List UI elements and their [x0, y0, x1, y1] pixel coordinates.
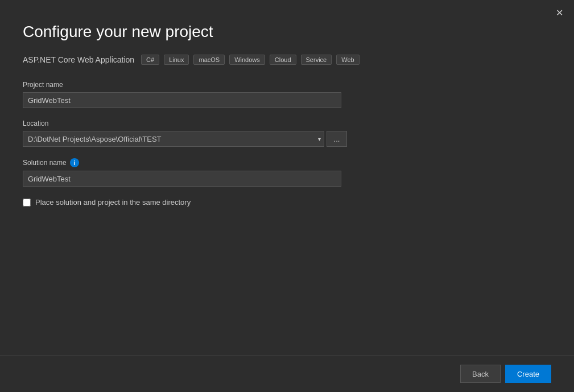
- solution-name-label: Solution name i: [23, 158, 551, 167]
- tag-macos: macOS: [193, 55, 225, 65]
- project-type-name: ASP.NET Core Web Application: [23, 55, 134, 64]
- solution-name-input[interactable]: [23, 171, 341, 187]
- tag-cloud: Cloud: [270, 55, 296, 65]
- tag-service: Service: [301, 55, 332, 65]
- back-button[interactable]: Back: [460, 365, 501, 383]
- configure-project-dialog: ✕ Configure your new project ASP.NET Cor…: [0, 0, 574, 392]
- same-directory-checkbox[interactable]: [23, 199, 31, 207]
- dialog-content: Configure your new project ASP.NET Core …: [0, 0, 574, 355]
- same-directory-row: Place solution and project in the same d…: [23, 198, 551, 207]
- dialog-footer: Back Create: [0, 355, 574, 392]
- project-name-group: Project name: [23, 81, 551, 108]
- tag-linux: Linux: [164, 55, 189, 65]
- page-title: Configure your new project: [23, 23, 551, 41]
- same-directory-label[interactable]: Place solution and project in the same d…: [35, 198, 191, 207]
- location-select-wrapper: D:\DotNet Projects\Aspose\Official\TEST: [23, 131, 324, 147]
- create-button[interactable]: Create: [505, 365, 551, 383]
- location-select[interactable]: D:\DotNet Projects\Aspose\Official\TEST: [23, 131, 324, 147]
- solution-name-group: Solution name i: [23, 158, 551, 187]
- location-group: Location D:\DotNet Projects\Aspose\Offic…: [23, 119, 551, 147]
- project-name-label: Project name: [23, 81, 551, 89]
- project-type-row: ASP.NET Core Web Application C# Linux ma…: [23, 55, 551, 65]
- browse-button[interactable]: ...: [327, 131, 347, 147]
- location-row: D:\DotNet Projects\Aspose\Official\TEST …: [23, 131, 551, 147]
- tag-windows: Windows: [229, 55, 265, 65]
- location-label: Location: [23, 119, 551, 127]
- tag-web: Web: [336, 55, 359, 65]
- info-icon[interactable]: i: [70, 158, 79, 167]
- tag-csharp: C#: [141, 55, 159, 65]
- project-name-input[interactable]: [23, 92, 341, 108]
- close-button[interactable]: ✕: [551, 5, 567, 20]
